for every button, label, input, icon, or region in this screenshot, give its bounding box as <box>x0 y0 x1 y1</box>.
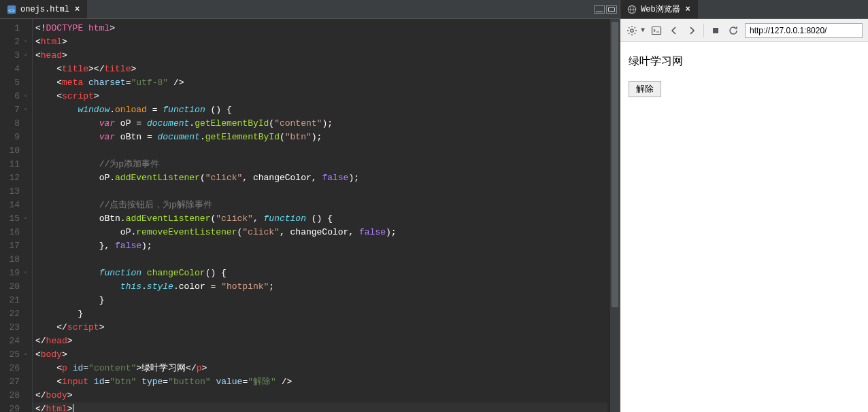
line-number: 9 <box>1 131 28 144</box>
browser-pane: Web浏览器 × ▼ <box>620 0 868 412</box>
code-line[interactable]: } <box>33 294 607 307</box>
url-input[interactable] <box>745 23 863 38</box>
code-line[interactable] <box>33 253 607 267</box>
code-line[interactable]: } <box>33 307 607 321</box>
svg-point-5 <box>631 29 633 31</box>
code-line[interactable]: </body> <box>33 389 607 402</box>
editor-scrollbar[interactable] <box>610 19 620 412</box>
line-number: 4 <box>1 63 28 76</box>
browser-toolbar: ▼ <box>620 19 868 42</box>
line-number: 27 <box>1 375 28 389</box>
code-content[interactable]: <!DOCTYPE html><html><head> <title></tit… <box>33 19 610 412</box>
fold-marker-icon[interactable]: ▫ <box>21 35 28 49</box>
minimize-button[interactable] <box>594 5 605 14</box>
fold-marker-icon[interactable]: ▫ <box>21 103 28 117</box>
content-paragraph[interactable]: 绿叶学习网 <box>629 54 860 69</box>
svg-rect-6 <box>652 27 661 34</box>
forward-icon[interactable] <box>686 24 698 37</box>
code-line[interactable]: oP.removeEventListener("click", changeCo… <box>33 226 607 239</box>
chevron-down-icon[interactable]: ▼ <box>641 27 645 34</box>
browser-tab-bar: Web浏览器 × <box>620 0 868 19</box>
code-line[interactable]: oP.addEventListener("click", changeColor… <box>33 171 607 185</box>
line-number: 3▫ <box>1 49 28 63</box>
line-number: 11 <box>1 158 28 171</box>
line-number: 8 <box>1 117 28 131</box>
svg-rect-7 <box>713 28 718 33</box>
code-line[interactable]: <input id="btn" type="button" value="解除"… <box>33 375 607 389</box>
gear-icon[interactable] <box>626 24 638 37</box>
fold-marker-icon[interactable]: ▫ <box>21 267 28 280</box>
code-line[interactable]: //为p添加事件 <box>33 158 607 171</box>
code-line[interactable] <box>33 185 607 199</box>
line-number: 19▫ <box>1 267 28 280</box>
browser-viewport: 绿叶学习网 解除 <box>620 42 868 412</box>
close-icon[interactable]: × <box>686 5 690 14</box>
line-number: 14 <box>1 199 28 212</box>
line-number: 24 <box>1 334 28 348</box>
code-line[interactable]: oBtn.addEventListener("click", function … <box>33 212 607 226</box>
editor-tab-label: onejs.html <box>20 5 69 14</box>
code-line[interactable]: <title></title> <box>33 63 607 76</box>
svg-text:<>: <> <box>8 7 15 13</box>
line-number: 15▫ <box>1 212 28 226</box>
code-line[interactable]: <script> <box>33 90 607 103</box>
editor-tab-bar: <> onejs.html × <box>0 0 620 19</box>
code-line[interactable]: this.style.color = "hotpink"; <box>33 280 607 294</box>
code-line[interactable]: <head> <box>33 49 607 63</box>
line-number: 16 <box>1 226 28 239</box>
code-line[interactable]: <p id="content">绿叶学习网</p> <box>33 362 607 375</box>
line-number: 20 <box>1 280 28 294</box>
line-number: 21 <box>1 294 28 307</box>
code-line[interactable]: </head> <box>33 334 607 348</box>
html-file-icon: <> <box>7 5 16 14</box>
close-icon[interactable]: × <box>75 5 80 14</box>
code-line[interactable] <box>33 144 607 158</box>
remove-listener-button[interactable]: 解除 <box>629 81 661 97</box>
line-number: 7▫ <box>1 103 28 117</box>
line-number: 10 <box>1 144 28 158</box>
code-line[interactable]: </script> <box>33 321 607 334</box>
line-number: 22 <box>1 307 28 321</box>
line-number: 13 <box>1 185 28 199</box>
fold-marker-icon[interactable]: ▫ <box>21 49 28 63</box>
scrollbar-thumb[interactable] <box>612 22 618 307</box>
code-line[interactable]: var oP = document.getElementById("conten… <box>33 117 607 131</box>
code-line[interactable]: }, false); <box>33 239 607 253</box>
line-number: 18 <box>1 253 28 267</box>
line-number: 1 <box>1 22 28 35</box>
line-number: 28 <box>1 389 28 402</box>
line-number: 17 <box>1 239 28 253</box>
code-line[interactable]: //点击按钮后，为p解除事件 <box>33 199 607 212</box>
line-number: 26 <box>1 362 28 375</box>
back-icon[interactable] <box>668 24 680 37</box>
code-line[interactable]: </html> <box>33 402 607 412</box>
line-number: 12 <box>1 171 28 185</box>
console-icon[interactable] <box>650 24 663 37</box>
code-line[interactable]: window.onload = function () { <box>33 103 607 117</box>
editor-pane: <> onejs.html × 12▫3▫456▫7▫8910111213141… <box>0 0 620 412</box>
fold-marker-icon[interactable]: ▫ <box>21 90 28 103</box>
code-line[interactable]: <html> <box>33 35 607 49</box>
fold-marker-icon[interactable]: ▫ <box>21 212 28 226</box>
browser-tab[interactable]: Web浏览器 × <box>620 0 698 18</box>
code-line[interactable]: <!DOCTYPE html> <box>33 22 607 35</box>
line-number: 5 <box>1 76 28 90</box>
browser-tab-label: Web浏览器 <box>641 3 680 15</box>
stop-icon[interactable] <box>710 24 722 37</box>
maximize-button[interactable] <box>606 5 617 14</box>
refresh-icon[interactable] <box>727 24 739 37</box>
code-line[interactable]: function changeColor() { <box>33 267 607 280</box>
line-number: 29 <box>1 402 28 412</box>
globe-icon <box>627 5 637 14</box>
code-line[interactable]: <meta charset="utf-8" /> <box>33 76 607 90</box>
line-number: 25▫ <box>1 348 28 362</box>
code-line[interactable]: <body> <box>33 348 607 362</box>
line-number: 2▫ <box>1 35 28 49</box>
editor-tab-onejs[interactable]: <> onejs.html × <box>0 0 87 18</box>
fold-marker-icon[interactable]: ▫ <box>21 348 28 362</box>
line-number-gutter: 12▫3▫456▫7▫89101112131415▫16171819▫20212… <box>0 19 33 412</box>
code-line[interactable]: var oBtn = document.getElementById("btn"… <box>33 131 607 144</box>
line-number: 6▫ <box>1 90 28 103</box>
code-area[interactable]: 12▫3▫456▫7▫89101112131415▫16171819▫20212… <box>0 19 620 412</box>
toolbar-divider <box>703 24 704 37</box>
